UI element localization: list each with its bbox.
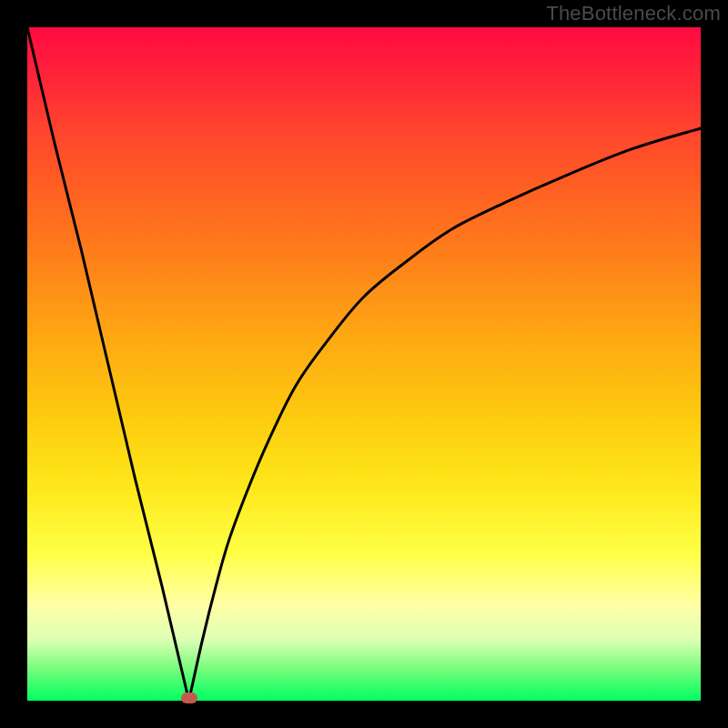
- curve-svg: [27, 27, 701, 701]
- chart-frame: TheBottleneck.com: [0, 0, 728, 728]
- watermark-text: TheBottleneck.com: [546, 2, 721, 25]
- bottleneck-curve: [27, 27, 701, 705]
- minimum-marker: [181, 693, 197, 703]
- plot-area: [27, 27, 701, 701]
